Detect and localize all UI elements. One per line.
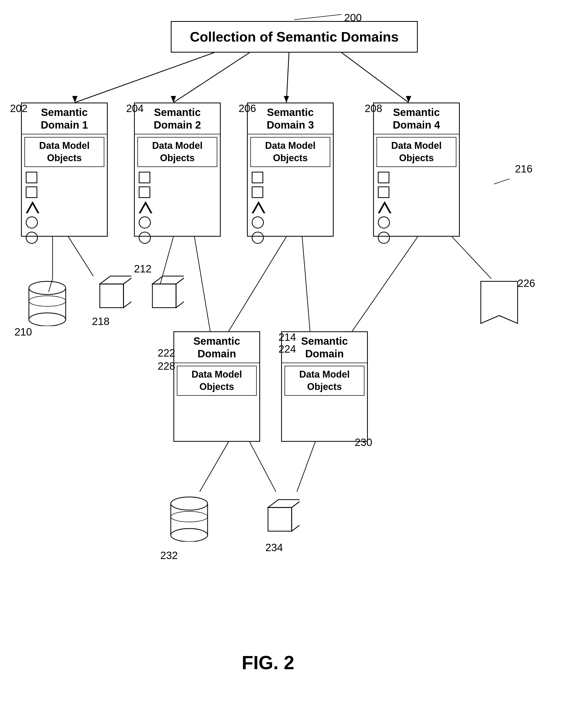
sd-box-3: SemanticDomain 3 Data ModelObjects <box>247 103 334 237</box>
sd6-inner: Data ModelObjects <box>285 366 364 396</box>
sd3-shape-circle2 <box>252 231 264 244</box>
svg-line-15 <box>352 237 418 331</box>
ref-226: 226 <box>518 277 535 289</box>
sd5-inner-label: Data ModelObjects <box>180 368 254 393</box>
svg-line-13 <box>229 237 287 331</box>
sd4-shape-circle1 <box>378 216 390 228</box>
ref-206: 206 <box>238 103 256 114</box>
sd3-shape-square1 <box>252 172 263 183</box>
ref-224: 224 <box>278 343 296 355</box>
svg-line-22 <box>494 179 510 184</box>
svg-point-23 <box>29 281 66 295</box>
sd1-shape-square1 <box>26 172 37 183</box>
svg-point-39 <box>171 511 208 522</box>
ref-218: 218 <box>92 316 109 327</box>
svg-marker-30 <box>100 276 131 284</box>
sd-box-4: SemanticDomain 4 Data ModelObjects <box>373 103 460 237</box>
database-icon-210 <box>26 279 68 326</box>
ref-232: 232 <box>160 549 178 561</box>
sd3-inner: Data ModelObjects <box>250 137 330 167</box>
svg-marker-33 <box>152 276 184 284</box>
svg-marker-34 <box>176 276 184 308</box>
sd4-inner: Data ModelObjects <box>377 137 456 167</box>
collection-box-label: Collection of Semantic Domains <box>190 29 399 45</box>
diagram-container: Collection of Semantic Domains 200 Seman… <box>0 0 588 726</box>
svg-line-21 <box>294 15 341 20</box>
sd4-shape-triangle <box>378 201 392 213</box>
sd3-shape-triangle <box>252 201 265 213</box>
svg-marker-31 <box>124 276 131 308</box>
sd1-shape-circle1 <box>26 216 38 228</box>
sd3-shapes <box>248 169 333 246</box>
svg-line-0 <box>75 53 214 103</box>
svg-marker-40 <box>268 507 292 531</box>
sd1-inner-label: Data ModelObjects <box>27 140 101 164</box>
svg-marker-29 <box>100 284 124 308</box>
svg-line-12 <box>194 237 210 331</box>
sd6-inner-label: Data ModelObjects <box>288 368 361 393</box>
sd2-title: SemanticDomain 2 <box>135 103 220 134</box>
svg-line-6 <box>341 53 408 103</box>
sd1-shape-triangle <box>26 201 39 213</box>
ref-222: 222 <box>158 347 175 359</box>
svg-line-2 <box>173 53 250 103</box>
ref-214: 214 <box>278 331 296 343</box>
sd4-shapes <box>374 169 459 246</box>
sd1-shape-circle2 <box>26 231 38 244</box>
sd4-title: SemanticDomain 4 <box>374 103 459 134</box>
sd2-shape-triangle <box>139 201 152 213</box>
sd3-inner-label: Data ModelObjects <box>254 140 327 164</box>
ref-212: 212 <box>134 263 152 275</box>
cube-icon-218 <box>89 271 131 313</box>
ref-216: 216 <box>515 163 532 175</box>
sd3-title: SemanticDomain 3 <box>248 103 333 134</box>
sd4-shape-square2 <box>378 186 390 198</box>
svg-line-17 <box>200 442 229 492</box>
sd1-inner: Data ModelObjects <box>24 137 104 167</box>
sd2-inner-label: Data ModelObjects <box>141 140 214 164</box>
database-icon-232 <box>168 495 210 542</box>
sd4-shape-circle2 <box>378 231 390 244</box>
sd-box-2: SemanticDomain 2 Data ModelObjects <box>134 103 221 237</box>
ref-234: 234 <box>265 542 283 553</box>
sd4-shape-square1 <box>378 172 390 183</box>
sd2-shape-square1 <box>139 172 150 183</box>
svg-marker-42 <box>292 500 299 531</box>
svg-line-14 <box>302 237 310 331</box>
figure-label: FIG. 2 <box>229 652 308 673</box>
sd3-shape-circle1 <box>252 216 264 228</box>
svg-marker-32 <box>152 284 176 308</box>
ref-230: 230 <box>355 437 372 448</box>
svg-point-28 <box>29 296 66 306</box>
sd2-shape-square2 <box>139 186 150 198</box>
sd1-title: SemanticDomain 1 <box>22 103 107 134</box>
ref-228: 228 <box>158 360 175 372</box>
sd5-title: SemanticDomain <box>174 332 259 363</box>
collection-box: Collection of Semantic Domains <box>171 21 418 53</box>
sd2-shape-circle2 <box>139 231 151 244</box>
ref-208: 208 <box>365 103 382 114</box>
svg-marker-5 <box>284 96 289 103</box>
sd2-shape-circle1 <box>139 216 151 228</box>
sd1-shape-square2 <box>26 186 37 198</box>
svg-marker-3 <box>171 96 176 103</box>
svg-marker-41 <box>268 500 299 507</box>
svg-line-19 <box>297 442 315 492</box>
ref-200: 200 <box>344 12 362 24</box>
cube-icon-212 <box>142 271 184 313</box>
sd-box-5: SemanticDomain Data ModelObjects <box>173 331 260 442</box>
sd5-inner: Data ModelObjects <box>177 366 257 396</box>
sd2-inner: Data ModelObjects <box>138 137 217 167</box>
sd2-shapes <box>135 169 220 246</box>
ref-210: 210 <box>15 326 32 338</box>
cloud-icon-226 <box>476 279 523 326</box>
svg-line-4 <box>287 53 289 103</box>
svg-point-27 <box>29 313 66 326</box>
svg-point-38 <box>171 528 208 542</box>
sd-box-1: SemanticDomain 1 Data ModelObjects <box>21 103 108 237</box>
svg-line-18 <box>250 442 276 492</box>
sd1-shapes <box>22 169 107 246</box>
sd4-inner-label: Data ModelObjects <box>380 140 453 164</box>
svg-point-35 <box>171 497 208 510</box>
ref-204: 204 <box>126 103 144 114</box>
